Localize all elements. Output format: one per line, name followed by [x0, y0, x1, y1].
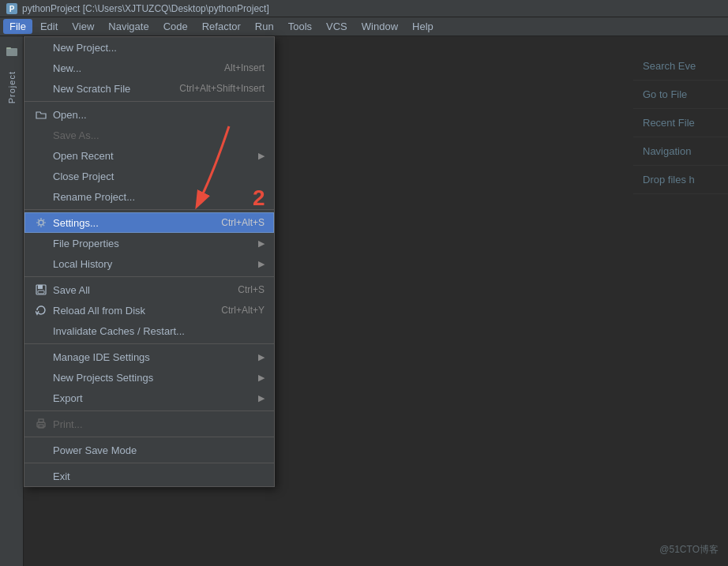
dropdown-item-local-history[interactable]: Local History▶ — [24, 253, 274, 274]
right-hint-item-3[interactable]: Navigation — [633, 137, 728, 166]
menu-arrow-open-recent: ▶ — [258, 151, 265, 161]
dropdown-item-reload-all[interactable]: Reload All from DiskCtrl+Alt+Y — [24, 300, 274, 320]
menu-label-local-history: Local History — [53, 258, 252, 270]
menu-separator — [24, 209, 274, 210]
menu-shortcut-settings: Ctrl+Alt+S — [221, 217, 265, 228]
sidebar: Project — [0, 36, 24, 566]
dropdown-item-save-as: Save As... — [24, 125, 274, 145]
menubar: FileEditViewNavigateCodeRefactorRunTools… — [0, 17, 728, 36]
menu-arrow-export: ▶ — [258, 393, 265, 403]
titlebar: P pythonProject [C:\Users\XJTUZCQ\Deskto… — [0, 0, 728, 17]
menu-item-help[interactable]: Help — [406, 19, 440, 34]
svg-text:P: P — [9, 5, 15, 13]
menu-separator — [24, 463, 274, 463]
menu-item-window[interactable]: Window — [355, 19, 404, 34]
dropdown-item-new-project[interactable]: New Project... — [24, 37, 274, 58]
right-hints-panel: Search EveGo to FileRecent FileNavigatio… — [633, 52, 728, 194]
right-hint-item-2[interactable]: Recent File — [633, 109, 728, 137]
menu-shortcut-save-all: Ctrl+S — [238, 284, 265, 295]
menu-icon-new-project — [34, 40, 48, 54]
menu-separator — [24, 343, 274, 344]
menu-icon-print — [34, 417, 48, 431]
menu-icon-save-as — [34, 128, 48, 142]
dropdown-item-rename-project[interactable]: Rename Project... — [24, 186, 274, 207]
dropdown-item-new[interactable]: New...Alt+Insert — [24, 58, 274, 78]
menu-label-new-scratch: New Scratch File — [53, 83, 170, 95]
menu-arrow-manage-ide: ▶ — [258, 352, 265, 362]
menu-item-tools[interactable]: Tools — [282, 19, 318, 34]
dropdown-item-settings[interactable]: Settings...Ctrl+Alt+S — [24, 212, 274, 233]
menu-arrow-file-properties: ▶ — [258, 238, 265, 249]
menu-icon-new-scratch — [34, 81, 48, 96]
menu-icon-new-projects-settings — [34, 370, 48, 384]
menu-shortcut-new-scratch: Ctrl+Alt+Shift+Insert — [179, 83, 265, 94]
menu-item-code[interactable]: Code — [157, 19, 194, 34]
dropdown-item-invalidate-caches[interactable]: Invalidate Caches / Restart... — [24, 320, 274, 341]
menu-item-refactor[interactable]: Refactor — [196, 19, 247, 34]
menu-icon-power-save — [34, 443, 48, 457]
svg-rect-2 — [6, 48, 17, 56]
menu-item-run[interactable]: Run — [249, 19, 280, 34]
menu-label-open-recent: Open Recent — [53, 150, 252, 162]
svg-rect-3 — [6, 47, 11, 49]
file-dropdown-menu: New Project...New...Alt+InsertNew Scratc… — [24, 36, 275, 487]
app-icon: P — [6, 3, 17, 14]
sidebar-icon-folder[interactable] — [3, 43, 21, 60]
menu-icon-settings — [34, 216, 48, 230]
menu-item-vcs[interactable]: VCS — [320, 19, 354, 34]
menu-icon-rename-project — [34, 189, 48, 204]
menu-label-file-properties: File Properties — [53, 238, 252, 249]
menu-icon-reload-all — [34, 303, 48, 317]
menu-icon-open-recent — [34, 148, 48, 163]
dropdown-item-export[interactable]: Export▶ — [24, 388, 274, 408]
menu-icon-close-project — [34, 169, 48, 183]
svg-rect-6 — [38, 285, 43, 289]
menu-item-edit[interactable]: Edit — [34, 19, 64, 34]
menu-icon-file-properties — [34, 236, 48, 250]
menu-label-open: Open... — [53, 109, 265, 121]
menu-label-new: New... — [53, 62, 215, 74]
dropdown-item-power-save[interactable]: Power Save Mode — [24, 440, 274, 460]
menu-item-view[interactable]: View — [66, 19, 100, 34]
right-hint-item-4[interactable]: Drop files h — [633, 166, 728, 194]
dropdown-item-manage-ide[interactable]: Manage IDE Settings▶ — [24, 347, 274, 367]
menu-label-save-as: Save As... — [53, 129, 265, 141]
menu-icon-invalidate-caches — [34, 324, 48, 338]
menu-item-file[interactable]: File — [3, 19, 32, 34]
dropdown-item-close-project[interactable]: Close Project — [24, 166, 274, 186]
menu-icon-open — [34, 107, 48, 122]
dropdown-item-new-scratch[interactable]: New Scratch FileCtrl+Alt+Shift+Insert — [24, 78, 274, 99]
menu-icon-manage-ide — [34, 350, 48, 364]
dropdown-item-open[interactable]: Open... — [24, 104, 274, 125]
svg-point-4 — [39, 220, 43, 225]
menu-label-reload-all: Reload All from Disk — [53, 305, 212, 317]
menu-shortcut-reload-all: Ctrl+Alt+Y — [221, 305, 265, 316]
menu-icon-new — [34, 61, 48, 75]
watermark: @51CTO博客 — [659, 543, 719, 557]
dropdown-item-new-projects-settings[interactable]: New Projects Settings▶ — [24, 367, 274, 388]
menu-label-export: Export — [53, 392, 252, 404]
svg-rect-10 — [39, 425, 43, 428]
dropdown-item-open-recent[interactable]: Open Recent▶ — [24, 145, 274, 166]
dropdown-item-exit[interactable]: Exit — [24, 466, 274, 486]
svg-rect-9 — [39, 419, 43, 422]
menu-separator — [24, 410, 274, 411]
right-hint-item-1[interactable]: Go to File — [633, 81, 728, 109]
menu-label-rename-project: Rename Project... — [53, 191, 265, 203]
dropdown-item-save-all[interactable]: Save AllCtrl+S — [24, 279, 274, 300]
menu-shortcut-new: Alt+Insert — [224, 62, 265, 73]
dropdown-item-file-properties[interactable]: File Properties▶ — [24, 233, 274, 253]
menu-label-print: Print... — [53, 418, 265, 430]
menu-icon-export — [34, 391, 48, 405]
project-sidebar-label: Project — [7, 71, 17, 103]
menu-label-save-all: Save All — [53, 284, 228, 296]
menu-label-new-projects-settings: New Projects Settings — [53, 372, 252, 384]
menu-label-settings: Settings... — [53, 217, 212, 229]
right-hint-item-0[interactable]: Search Eve — [633, 52, 728, 81]
menu-label-new-project: New Project... — [53, 42, 265, 54]
menu-label-close-project: Close Project — [53, 171, 265, 182]
menu-icon-save-all — [34, 283, 48, 297]
menu-item-navigate[interactable]: Navigate — [102, 19, 155, 34]
menu-icon-local-history — [34, 257, 48, 271]
menu-label-invalidate-caches: Invalidate Caches / Restart... — [53, 325, 265, 337]
